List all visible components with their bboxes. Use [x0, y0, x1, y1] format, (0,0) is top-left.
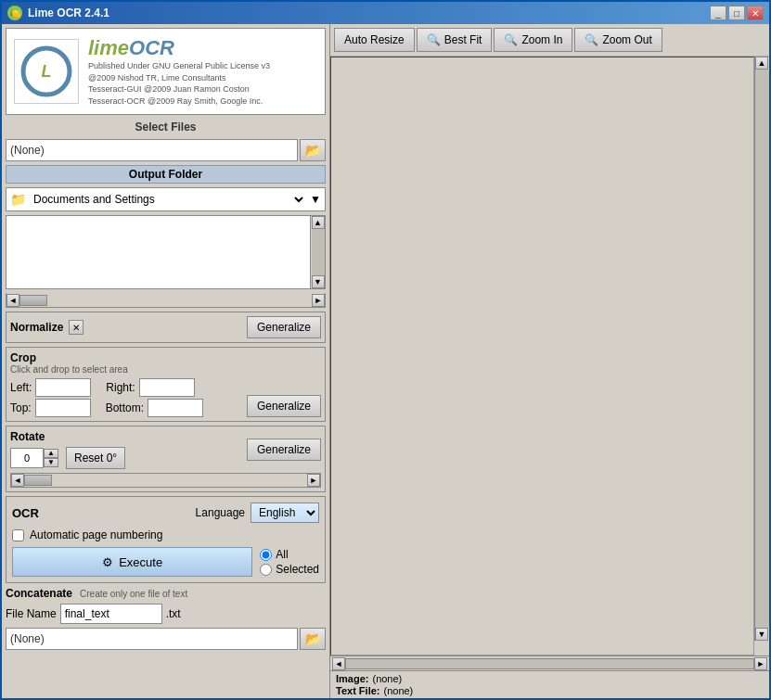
svg-text:L: L: [42, 62, 52, 81]
crop-section: Crop Click and drop to select area Left:…: [6, 347, 326, 422]
scroll-left-arrow[interactable]: ◄: [6, 294, 19, 307]
rotate-section: Rotate 0 ▲ ▼ Reset 0° G: [6, 426, 326, 492]
crop-generalize-button[interactable]: Generalize: [247, 395, 321, 417]
auto-resize-button[interactable]: Auto Resize: [334, 28, 415, 52]
dropdown-arrow-icon: ▼: [310, 193, 321, 206]
radio-all: All: [260, 548, 319, 561]
info-line3: Tesseract-GUI @2009 Juan Ramon Coston: [88, 83, 270, 95]
maximize-button[interactable]: □: [728, 6, 745, 20]
execute-button[interactable]: ⚙ Execute: [12, 547, 252, 577]
title-buttons: _ □ ✕: [710, 6, 764, 20]
folder-select[interactable]: Documents and Settings: [30, 192, 306, 207]
crop-right-input[interactable]: [139, 378, 195, 397]
scroll-track-v: [312, 229, 325, 275]
logo-title: limeOCR: [88, 36, 270, 60]
hscroll-right[interactable]: ►: [754, 657, 767, 670]
execute-row: ⚙ Execute All Selected: [12, 547, 319, 577]
radio-selected-input[interactable]: [260, 564, 272, 576]
hscroll-track: [345, 658, 754, 669]
rotate-value-input[interactable]: 0: [10, 448, 44, 468]
rotate-row: 0 ▲ ▼ Reset 0°: [10, 447, 125, 469]
scroll-up-arrow[interactable]: ▲: [312, 216, 325, 229]
logo-area: L limeOCR Published Under GNU General Pu…: [6, 28, 326, 115]
spin-up-arrow[interactable]: ▲: [44, 449, 58, 458]
spin-down-arrow[interactable]: ▼: [44, 458, 58, 467]
spin-arrows: ▲ ▼: [44, 449, 58, 467]
info-line4: Tesseract-OCR @2009 Ray Smith, Google In…: [88, 95, 270, 108]
rotate-scrollbar: ◄ ►: [10, 473, 321, 488]
toolbar: Auto Resize 🔍 Best Fit 🔍 Zoom In 🔍 Zoom …: [330, 24, 769, 57]
scroll-down-arrow[interactable]: ▼: [312, 275, 325, 288]
auto-page-label: Automatic page numbering: [30, 528, 162, 541]
logo-ocr: OCR: [129, 36, 174, 59]
gear-icon: ⚙: [102, 555, 113, 569]
language-select[interactable]: English French Spanish German: [251, 503, 319, 523]
logo-text: limeOCR Published Under GNU General Publ…: [88, 36, 270, 107]
reset-button[interactable]: Reset 0°: [66, 447, 125, 469]
text-file-value: (none): [383, 685, 413, 696]
crop-bottom: Bottom:: [106, 399, 203, 417]
app-icon: 🍋: [7, 6, 22, 20]
hscroll-left[interactable]: ◄: [332, 657, 345, 670]
vscroll-up[interactable]: ▲: [755, 57, 768, 70]
info-line2: @2009 Nishod TR, Lime Consultants: [88, 72, 270, 84]
zoom-in-button[interactable]: 🔍 Zoom In: [494, 28, 572, 52]
radio-selected-label: Selected: [276, 563, 319, 576]
normalize-row: Normalize ✕: [10, 320, 84, 335]
radio-group: All Selected: [260, 548, 319, 576]
main-window: 🍋 Lime OCR 2.4.1 _ □ ✕ L limeOC: [0, 0, 771, 700]
radio-all-label: All: [276, 548, 288, 561]
logo-info: Published Under GNU General Public Licen…: [88, 60, 270, 107]
text-file-label: Text File:: [336, 685, 379, 696]
crop-row-1: Left: Right:: [10, 378, 203, 397]
title-bar: 🍋 Lime OCR 2.4.1 _ □ ✕: [2, 2, 769, 24]
logo-icon: L: [14, 39, 79, 104]
text-area[interactable]: [6, 216, 310, 288]
output-folder-label: Output Folder: [6, 165, 326, 184]
zoom-in-icon: 🔍: [504, 33, 518, 46]
rotate-scroll-right[interactable]: ►: [307, 474, 320, 487]
title-bar-left: 🍋 Lime OCR 2.4.1: [7, 6, 109, 20]
crop-bottom-input[interactable]: [148, 399, 203, 417]
output-browse-button[interactable]: 📂: [300, 628, 326, 650]
image-and-vscroll: ▲ ▼: [330, 57, 769, 655]
concat-row: Concatenate Create only one file of text: [6, 587, 326, 600]
filename-row: File Name final_text .txt: [6, 604, 326, 624]
scrollbar-vertical: ▲ ▼: [310, 216, 325, 288]
zoom-out-button[interactable]: 🔍 Zoom Out: [574, 28, 662, 52]
normalize-label: Normalize: [10, 321, 63, 334]
rotate-label: Rotate: [10, 430, 125, 443]
right-panel: Auto Resize 🔍 Best Fit 🔍 Zoom In 🔍 Zoom …: [329, 24, 769, 698]
minimize-button[interactable]: _: [710, 6, 726, 20]
best-fit-button[interactable]: 🔍 Best Fit: [417, 28, 493, 52]
zoom-out-icon: 🔍: [585, 33, 598, 46]
status-image-line: Image: (none): [336, 673, 764, 684]
vscroll-down[interactable]: ▼: [755, 628, 768, 641]
rotate-generalize-button[interactable]: Generalize: [247, 439, 321, 461]
radio-all-input[interactable]: [260, 549, 272, 561]
image-scrollbar-h: ◄ ►: [330, 655, 769, 670]
crop-left-label: Left:: [10, 381, 32, 394]
close-button[interactable]: ✕: [747, 6, 764, 20]
info-line1: Published Under GNU General Public Licen…: [88, 60, 270, 72]
crop-label: Crop: [10, 351, 203, 364]
scroll-right-arrow[interactable]: ►: [312, 294, 325, 307]
output-none-input[interactable]: [6, 628, 298, 650]
crop-top-input[interactable]: [35, 399, 91, 417]
crop-info: Crop Click and drop to select area Left:…: [10, 351, 203, 417]
crop-top-label: Top:: [10, 401, 32, 414]
zoom-icon: 🔍: [427, 33, 441, 46]
filename-input[interactable]: final_text: [60, 604, 162, 624]
image-value: (none): [372, 673, 402, 684]
auto-page-checkbox[interactable]: [12, 529, 24, 541]
normalize-generalize-button[interactable]: Generalize: [247, 316, 321, 338]
browse-button[interactable]: 📂: [300, 139, 326, 161]
file-ext-label: .txt: [166, 607, 181, 620]
normalize-clear-button[interactable]: ✕: [69, 320, 84, 335]
rotate-scroll-left[interactable]: ◄: [11, 474, 24, 487]
select-files-label: Select Files: [6, 121, 326, 134]
normalize-section: Normalize ✕ Generalize: [6, 312, 326, 343]
crop-left-input[interactable]: [35, 378, 91, 397]
image-area[interactable]: [330, 57, 754, 655]
file-select-input[interactable]: [6, 139, 298, 161]
